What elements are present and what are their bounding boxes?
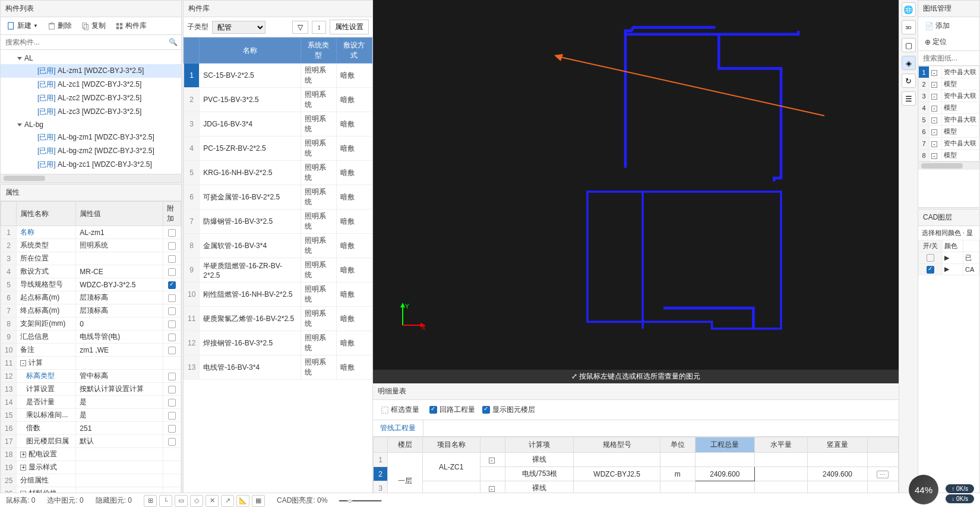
cube-icon[interactable]: ▢	[902, 38, 916, 52]
viewport-hint: ⤢ 按鼠标左键点选或框选所需查量的图元	[373, 370, 899, 383]
detail-title: 明细量表	[373, 383, 899, 400]
row-more-button[interactable]: ⋯	[877, 471, 889, 478]
tab-pipe-qty[interactable]: 管线工程量	[373, 420, 423, 436]
svg-rect-14	[382, 407, 388, 413]
layer-toggle[interactable]	[927, 266, 934, 274]
new-button[interactable]: 新建 ▼	[4, 20, 41, 32]
svg-rect-4	[116, 23, 119, 25]
status-tool-icon[interactable]: └	[159, 495, 172, 507]
cube-alt-icon[interactable]: ◈	[902, 56, 916, 70]
net-speed-chip: ↓ 0K/s	[946, 494, 974, 503]
svg-rect-2	[83, 23, 87, 28]
search-icon: 🔍	[169, 38, 178, 46]
cad-layer-hint: 选择相同颜色 · 显	[918, 226, 979, 240]
prop-settings-button[interactable]: 属性设置	[330, 20, 369, 34]
svg-rect-5	[120, 23, 122, 25]
delete-button[interactable]: 删除	[45, 20, 75, 32]
cube-3d-icon[interactable]: 3D	[902, 20, 916, 34]
layer-toggle[interactable]	[927, 254, 934, 262]
status-bar: 鼠标高: 0 选中图元: 0 隐藏图元: 0 ⊞ └ ▭ ◇ ✕ ↗ 📐 ▦ C…	[0, 493, 980, 508]
status-tool-icon[interactable]: 📐	[236, 495, 249, 507]
copy-button[interactable]: 复制	[78, 20, 109, 32]
svg-text:X: X	[422, 325, 426, 331]
properties-table[interactable]: 属性名称属性值附加 1名称AL-zm12系统类型照明系统3所在位置4敷设方式MR…	[1, 201, 181, 500]
drawing-search-input[interactable]	[918, 51, 979, 65]
lib-button[interactable]: 构件库	[112, 20, 150, 32]
status-tool-icon[interactable]: ✕	[206, 495, 219, 507]
status-tool-icon[interactable]: ▦	[252, 495, 265, 507]
sort-icon[interactable]: ↕	[312, 21, 326, 34]
status-tool-icon[interactable]: ⊞	[144, 495, 157, 507]
svg-rect-3	[84, 24, 88, 30]
status-tool-icon[interactable]: ▭	[175, 495, 188, 507]
globe-icon[interactable]: 🌐	[902, 2, 916, 17]
component-tree[interactable]: AL [已用] AL-zm1 [WDZC-BYJ-3*2.5] [已用] AL-…	[1, 50, 181, 174]
net-speed-chip: ↑ 0K/s	[946, 484, 974, 493]
library-title: 构件库	[184, 1, 372, 17]
axis-indicator: Y X	[397, 301, 426, 333]
library-table[interactable]: 名称系统类型敷设方式 1SC-15-BV-2*2.5照明系统暗敷2PVC-15-…	[184, 37, 372, 380]
svg-rect-0	[8, 22, 14, 28]
filter-icon[interactable]: ▽	[292, 21, 308, 34]
component-list-title: 构件列表	[1, 1, 181, 17]
loop-qty-checkbox[interactable]: 回路工程量	[429, 405, 475, 415]
component-search-input[interactable]	[1, 35, 181, 49]
3d-viewport[interactable]: Y X	[373, 0, 899, 370]
progress-badge: 44%	[909, 475, 938, 504]
drawing-mgmt-title: 图纸管理	[918, 1, 979, 17]
svg-rect-6	[116, 26, 119, 28]
add-drawing-button[interactable]: 📄添加	[922, 20, 953, 32]
cad-layer-title: CAD图层	[918, 209, 979, 226]
svg-marker-9	[400, 303, 405, 307]
subtype-label: 子类型	[187, 22, 208, 32]
svg-rect-1	[49, 24, 55, 29]
show-floor-checkbox[interactable]: 显示图元楼层	[482, 405, 535, 415]
svg-text:Y: Y	[405, 303, 409, 310]
list-icon[interactable]: ☰	[902, 91, 916, 106]
subtype-select[interactable]: 配管	[212, 21, 265, 34]
drawing-list[interactable]: 1-资中县大联2-模型3-资中县大联4-模型5-资中县大联6-模型7-资中县大联…	[918, 66, 979, 161]
rotate-icon[interactable]: ↻	[902, 74, 916, 88]
box-select-button[interactable]: 框选查量	[378, 404, 422, 416]
properties-title: 属性	[1, 185, 181, 201]
status-tool-icon[interactable]: ◇	[190, 495, 203, 507]
status-tool-icon[interactable]: ↗	[221, 495, 234, 507]
svg-rect-7	[120, 26, 122, 28]
locate-button[interactable]: ⊕定位	[922, 36, 950, 48]
